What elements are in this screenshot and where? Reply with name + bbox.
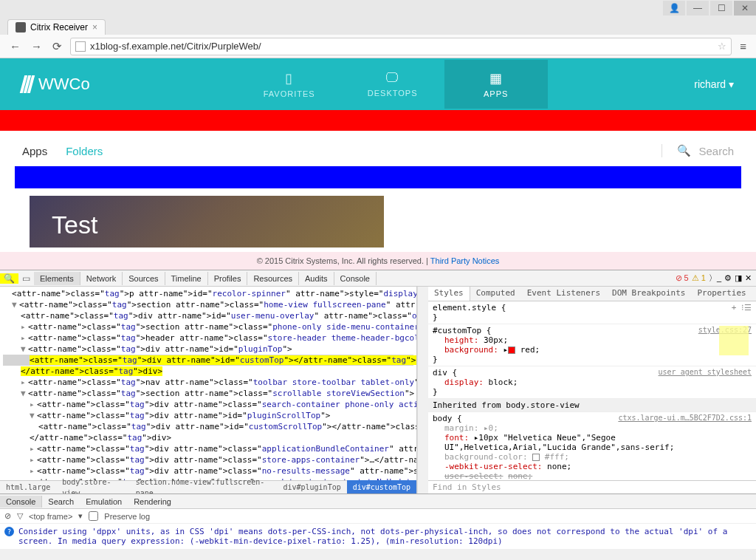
drawer-tab-search[interactable]: Search <box>42 496 80 508</box>
dom-node[interactable]: ▸<attr-name">class="tag">div attr-name">… <box>3 443 413 454</box>
drawer-icon[interactable]: 〉_ <box>709 273 721 284</box>
find-in-styles[interactable]: Find in Styles <box>428 480 756 494</box>
apps-tab[interactable]: Apps <box>22 145 47 157</box>
styles-tab-styles[interactable]: Styles <box>428 287 470 301</box>
style-rule-div[interactable]: user agent stylesheet div { display: blo… <box>428 366 756 399</box>
device-mode-icon[interactable]: ▭ <box>18 273 34 284</box>
console-message[interactable]: ? Consider using 'dppx' units, as in CSS… <box>0 524 756 549</box>
styles-tab-dom-bp[interactable]: DOM Breakpoints <box>606 287 691 301</box>
panel-console[interactable]: Console <box>334 272 377 285</box>
page-content: WWCo ▯FAVORITES 🖵DESKTOPS ▦APPS richard … <box>0 58 756 270</box>
styles-tab-listeners[interactable]: Event Listeners <box>521 287 606 301</box>
third-party-link[interactable]: Third Party Notices <box>430 256 500 265</box>
new-rule-icon[interactable]: + ⁝☰ <box>732 303 752 313</box>
crumb-active[interactable]: div#customTop <box>347 480 416 494</box>
minimize-button[interactable]: — <box>687 1 709 16</box>
elements-panel[interactable]: <attr-name">class="tag">p attr-name">id=… <box>0 287 417 494</box>
back-icon[interactable]: ← <box>7 40 23 52</box>
elements-breadcrumbs: html.large body.store-view section.home-… <box>0 480 416 494</box>
maximize-button[interactable]: ☐ <box>710 1 732 16</box>
dom-node[interactable]: </attr-name">class="tag">div> <box>3 366 413 377</box>
reload-icon[interactable]: ⟳ <box>50 40 64 53</box>
drawer-tab-console[interactable]: Console <box>0 496 42 508</box>
devtools-status: ⊘ 5 ⚠ 1 〉_ ⚙ ◨ ✕ <box>676 273 757 284</box>
devtools-close-icon[interactable]: ✕ <box>745 273 752 283</box>
console-tabs: Console Search Emulation Rendering <box>0 494 756 509</box>
nav-desktops[interactable]: 🖵DESKTOPS <box>341 60 444 109</box>
dom-node[interactable]: ▸<attr-name">class="tag">nav attr-name">… <box>3 377 413 388</box>
drawer-tab-rendering[interactable]: Rendering <box>128 496 177 508</box>
dom-node-selected[interactable]: <attr-name">class="tag">div attr-name">i… <box>3 355 413 366</box>
url-bar[interactable]: x1blog-sf.example.net/Citrix/PurpleWeb/ … <box>70 38 732 55</box>
preserve-log-checkbox[interactable] <box>89 511 98 521</box>
style-rule-element[interactable]: + ⁝☰ element.style {} <box>428 301 756 324</box>
scrollbar[interactable] <box>417 287 428 494</box>
color-swatch[interactable] <box>508 346 515 354</box>
dom-node[interactable]: ▸<attr-name">class="tag">div attr-name">… <box>3 399 413 410</box>
devtools-toolbar: 🔍 ▭ Elements Network Sources Timeline Pr… <box>0 270 756 287</box>
bookmark-icon: ▯ <box>238 70 341 86</box>
panel-audits[interactable]: Audits <box>299 272 334 285</box>
styles-tab-computed[interactable]: Computed <box>470 287 521 301</box>
console-filter-bar: ⊘ ▽ <top frame> ▾ Preserve log <box>0 509 756 524</box>
console-drawer: Console Search Emulation Rendering ⊘ ▽ <… <box>0 494 756 549</box>
error-count[interactable]: ⊘ 5 <box>676 273 689 283</box>
settings-gear-icon[interactable]: ⚙ <box>724 273 732 283</box>
dock-icon[interactable]: ◨ <box>735 273 742 283</box>
panel-sources[interactable]: Sources <box>123 272 165 285</box>
dom-node[interactable]: ▼<attr-name">class="tag">section attr-na… <box>3 388 413 399</box>
search-icon: 🔍 <box>677 144 691 157</box>
panel-profiles[interactable]: Profiles <box>208 272 248 285</box>
warning-count[interactable]: ⚠ 1 <box>692 273 706 283</box>
color-swatch[interactable] <box>532 454 540 461</box>
style-rule-customtop[interactable]: style.css:27 #customTop { height: 30px; … <box>428 324 756 366</box>
dom-node[interactable]: ▼<attr-name">class="tag">div attr-name">… <box>3 344 413 355</box>
folders-tab[interactable]: Folders <box>66 145 103 157</box>
dom-node[interactable]: ▸<attr-name">class="tag">header attr-nam… <box>3 332 413 344</box>
panel-network[interactable]: Network <box>80 272 123 285</box>
app-tile-test[interactable]: Test <box>30 196 384 247</box>
monitor-icon: 🖵 <box>341 70 444 86</box>
dom-node[interactable]: ▸<attr-name">class="tag">section attr-na… <box>3 321 413 332</box>
drawer-tab-emulation[interactable]: Emulation <box>80 496 128 508</box>
search-box[interactable]: 🔍 Search <box>662 144 734 157</box>
dom-node[interactable]: ▼<attr-name">class="tag">div attr-name">… <box>3 410 413 421</box>
forward-icon[interactable]: → <box>29 40 44 52</box>
inspect-icon[interactable]: 🔍 <box>0 273 18 284</box>
bookmark-star-icon[interactable]: ☆ <box>718 41 726 52</box>
dom-node[interactable]: ▸<attr-name">class="tag">div attr-name">… <box>3 454 413 465</box>
dom-node[interactable]: <attr-name">class="tag">p attr-name">id=… <box>3 288 413 299</box>
crumb[interactable]: body.store-view <box>56 475 130 494</box>
user-icon[interactable]: 👤 <box>663 1 685 16</box>
info-icon: ? <box>4 527 14 536</box>
browser-navbar: ← → ⟳ x1blog-sf.example.net/Citrix/Purpl… <box>0 35 756 58</box>
inherited-header: Inherited from body.store-view <box>428 399 756 412</box>
store-toolbar: Apps Folders 🔍 Search <box>0 131 756 166</box>
styles-tab-properties[interactable]: Properties <box>691 287 752 301</box>
user-menu[interactable]: richard ▾ <box>694 78 756 90</box>
dom-node[interactable]: <attr-name">class="tag">div attr-name">i… <box>3 310 413 321</box>
custom-top-bar <box>0 110 756 131</box>
dom-node[interactable]: ▼<attr-name">class="tag">section attr-na… <box>3 299 413 310</box>
browser-tab[interactable]: Citrix Receiver × <box>7 19 106 35</box>
menu-icon[interactable]: ≡ <box>738 40 749 52</box>
clear-console-icon[interactable]: ⊘ <box>4 511 11 521</box>
crumb[interactable]: html.large <box>0 480 56 494</box>
crumb[interactable]: div#pluginTop <box>277 480 346 494</box>
nav-favorites[interactable]: ▯FAVORITES <box>238 60 341 109</box>
frame-selector[interactable]: <top frame> <box>29 512 72 521</box>
style-rule-body[interactable]: ctxs.large-ui.m…5BC2F7D2.css:1 body { ma… <box>428 412 756 483</box>
dom-node[interactable]: </attr-name">class="tag">div> <box>3 432 413 443</box>
page-icon <box>75 41 86 52</box>
devtools: 🔍 ▭ Elements Network Sources Timeline Pr… <box>0 270 756 549</box>
panel-timeline[interactable]: Timeline <box>165 272 208 285</box>
close-button[interactable]: ✕ <box>734 1 756 16</box>
tab-close-icon[interactable]: × <box>92 22 97 33</box>
header-nav: ▯FAVORITES 🖵DESKTOPS ▦APPS <box>238 60 548 109</box>
panel-elements[interactable]: Elements <box>34 272 80 285</box>
crumb[interactable]: section.home-view.fullscreen-pane <box>130 475 278 494</box>
filter-icon[interactable]: ▽ <box>17 511 23 521</box>
panel-resources[interactable]: Resources <box>247 272 299 285</box>
dom-node[interactable]: <attr-name">class="tag">div attr-name">i… <box>3 421 413 432</box>
nav-apps[interactable]: ▦APPS <box>444 60 548 109</box>
